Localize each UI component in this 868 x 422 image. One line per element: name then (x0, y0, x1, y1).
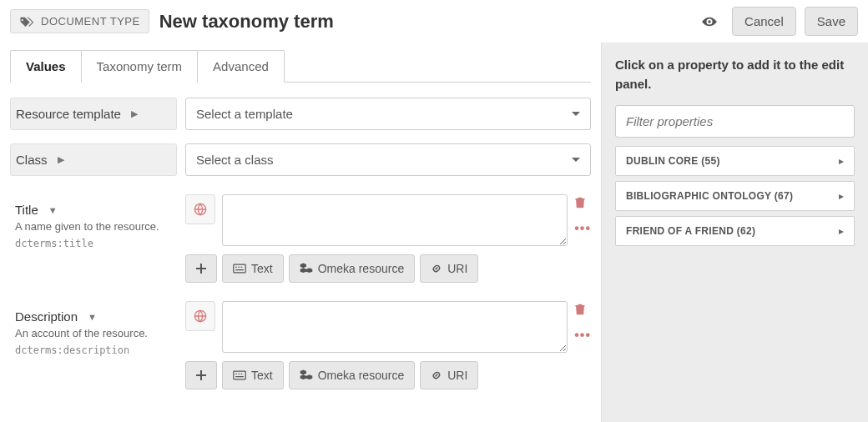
label-resource-template: Resource template ▶ (10, 98, 177, 130)
cubes-icon (300, 263, 313, 274)
tab-advanced[interactable]: Advanced (197, 50, 285, 83)
save-button[interactable]: Save (805, 7, 858, 36)
value-row-description: ••• (185, 301, 591, 353)
uri-type-button[interactable]: URI (420, 361, 478, 389)
delete-icon[interactable] (574, 303, 591, 316)
tags-icon (19, 16, 34, 28)
add-value-button[interactable] (185, 361, 217, 389)
vocab-bibliographic[interactable]: BIBLIOGRAPHIC ONTOLOGY (67) (615, 181, 855, 211)
vocab-dublin-core[interactable]: DUBLIN CORE (55) (615, 146, 855, 176)
property-term-title: dcterms:title (15, 238, 172, 249)
tab-values[interactable]: Values (10, 50, 82, 83)
text-type-button[interactable]: Text (222, 254, 284, 283)
label-resource-template-text: Resource template (16, 107, 121, 121)
caret-right-icon: ▶ (131, 108, 138, 119)
page-title: New taxonomy term (159, 11, 700, 33)
link-icon (431, 263, 442, 274)
doc-type-badge: DOCUMENT TYPE (10, 9, 149, 33)
property-meta-description: Description ▼ An account of the resource… (10, 301, 177, 364)
row-description: Description ▼ An account of the resource… (10, 296, 591, 394)
more-icon[interactable]: ••• (574, 221, 591, 236)
title-textarea[interactable] (222, 194, 568, 246)
property-desc-title: A name given to the resource. (15, 220, 172, 233)
language-button[interactable] (185, 301, 215, 331)
select-resource-template-display: Select a template (185, 98, 591, 130)
resource-type-button[interactable]: Omeka resource (289, 254, 415, 283)
label-class-text: Class (16, 153, 48, 167)
sidebar-hint: Click on a property to add it to the edi… (615, 56, 855, 93)
value-type-row-title: Text Omeka resource URI (185, 254, 591, 283)
property-meta-title: Title ▼ A name given to the resource. dc… (10, 194, 177, 258)
property-desc-description: An account of the resource. (15, 327, 172, 339)
resource-type-button[interactable]: Omeka resource (289, 361, 415, 389)
globe-icon (194, 203, 207, 216)
caret-right-icon: ▶ (58, 154, 64, 165)
header: DOCUMENT TYPE New taxonomy term Cancel S… (0, 0, 868, 43)
text-type-button[interactable]: Text (222, 361, 284, 389)
keyboard-icon (233, 370, 246, 380)
plus-icon (196, 264, 206, 274)
caret-down-icon[interactable]: ▼ (48, 205, 58, 215)
cancel-button[interactable]: Cancel (732, 7, 796, 36)
row-class: Class ▶ Select a class (10, 138, 591, 181)
value-type-row-description: Text Omeka resource URI (185, 361, 591, 389)
select-class[interactable]: Select a class (185, 143, 591, 176)
globe-icon (194, 309, 207, 323)
value-row-title: ••• (185, 194, 591, 246)
row-title: Title ▼ A name given to the resource. dc… (10, 189, 591, 288)
value-actions-description: ••• (574, 301, 591, 343)
value-actions-title: ••• (574, 194, 591, 236)
main-layout: Values Taxonomy term Advanced Resource t… (0, 43, 868, 422)
row-resource-template: Resource template ▶ Select a template (10, 93, 591, 135)
vocab-foaf[interactable]: FRIEND OF A FRIEND (62) (615, 216, 855, 246)
filter-properties-input[interactable] (615, 105, 855, 138)
add-value-button[interactable] (185, 254, 217, 283)
tab-taxonomy-term[interactable]: Taxonomy term (81, 50, 199, 83)
property-term-description: dcterms:description (15, 344, 172, 356)
visibility-icon[interactable] (700, 15, 719, 28)
svg-rect-3 (234, 371, 245, 379)
select-resource-template[interactable]: Select a template (185, 98, 591, 130)
plus-icon (196, 370, 206, 380)
right-pane: Click on a property to add it to the edi… (601, 43, 868, 422)
link-icon (431, 369, 442, 381)
doc-type-label: DOCUMENT TYPE (41, 15, 140, 28)
left-pane: Values Taxonomy term Advanced Resource t… (0, 43, 601, 422)
property-name-description: Description ▼ (15, 309, 172, 324)
select-class-display: Select a class (185, 143, 591, 176)
svg-rect-1 (234, 264, 245, 273)
description-textarea[interactable] (222, 301, 568, 353)
caret-down-icon[interactable]: ▼ (88, 312, 97, 322)
tabs: Values Taxonomy term Advanced (10, 49, 591, 83)
cubes-icon (300, 369, 313, 381)
more-icon[interactable]: ••• (574, 328, 591, 343)
label-class: Class ▶ (10, 143, 177, 176)
language-button[interactable] (185, 194, 215, 224)
header-actions: Cancel Save (700, 7, 858, 36)
uri-type-button[interactable]: URI (420, 254, 478, 283)
keyboard-icon (233, 264, 246, 274)
delete-icon[interactable] (574, 196, 591, 209)
property-name-title: Title ▼ (15, 203, 172, 217)
